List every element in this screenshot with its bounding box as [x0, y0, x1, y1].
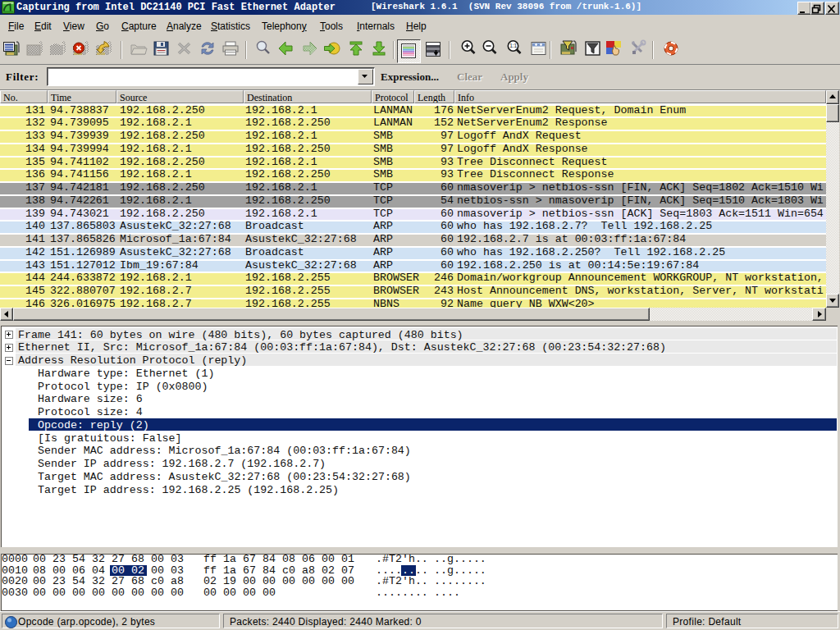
- svg-text:1:1: 1:1: [509, 43, 517, 48]
